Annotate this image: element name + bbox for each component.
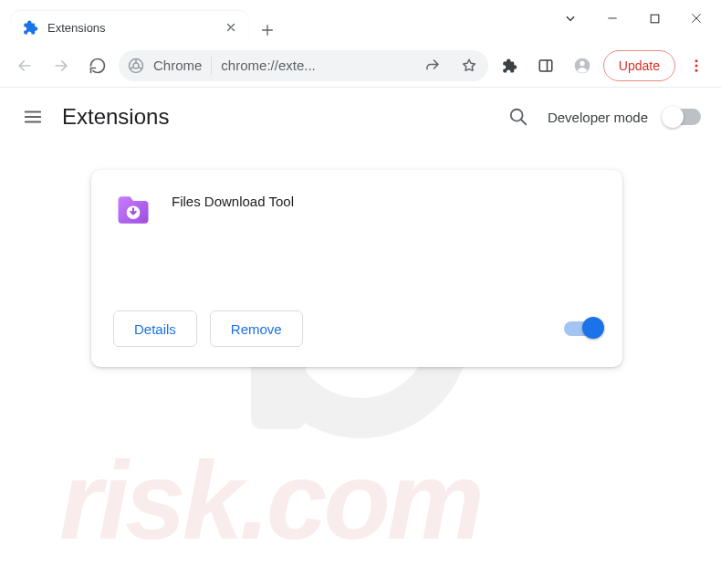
omnibox-divider — [211, 57, 212, 75]
svg-text:risk.com: risk.com — [59, 439, 481, 562]
address-bar[interactable]: Chrome chrome://exte... — [119, 50, 488, 81]
window-controls — [549, 0, 721, 37]
maximize-button[interactable] — [633, 0, 675, 37]
extensions-header: Extensions Developer mode — [0, 88, 721, 146]
extensions-page: risk.com Extensions Developer mode — [0, 88, 721, 588]
chevron-down-icon[interactable] — [549, 0, 591, 37]
extension-enabled-toggle[interactable] — [564, 321, 601, 336]
remove-button[interactable]: Remove — [210, 310, 303, 347]
update-button[interactable]: Update — [603, 50, 675, 81]
window-titlebar: Extensions — [0, 0, 721, 44]
tab-title: Extensions — [47, 21, 214, 35]
svg-point-5 — [580, 60, 584, 65]
svg-point-6 — [695, 59, 698, 62]
bookmark-star-icon[interactable] — [455, 52, 483, 79]
extension-card: Files Download Tool Details Remove — [91, 170, 622, 367]
details-button[interactable]: Details — [113, 310, 197, 347]
extension-name: Files Download Tool — [172, 190, 294, 230]
svg-rect-0 — [651, 15, 659, 23]
extensions-header-right: Developer mode — [506, 104, 701, 130]
svg-point-2 — [133, 63, 139, 68]
search-icon[interactable] — [506, 104, 531, 130]
puzzle-piece-icon — [22, 19, 38, 36]
forward-button[interactable] — [46, 50, 77, 81]
back-button[interactable] — [9, 50, 40, 81]
extensions-puzzle-icon[interactable] — [494, 50, 525, 81]
tab-strip: Extensions — [0, 0, 549, 44]
extension-card-header: Files Download Tool — [113, 190, 601, 230]
developer-mode-toggle[interactable] — [664, 109, 701, 125]
browser-tab[interactable]: Extensions — [11, 11, 248, 44]
minimize-button[interactable] — [591, 0, 633, 37]
browser-toolbar: Chrome chrome://exte... Update — [0, 44, 721, 88]
remove-button-label: Remove — [231, 321, 282, 337]
extension-card-actions: Details Remove — [113, 310, 601, 347]
new-tab-button[interactable] — [254, 16, 281, 44]
side-panel-icon[interactable] — [530, 50, 561, 81]
svg-rect-3 — [539, 60, 552, 71]
kebab-menu-icon[interactable] — [681, 50, 712, 81]
update-button-label: Update — [619, 58, 660, 73]
url-text: chrome://exte... — [221, 58, 409, 73]
reload-button[interactable] — [82, 50, 113, 81]
url-scheme-label: Chrome — [153, 58, 202, 73]
hamburger-menu-icon[interactable] — [20, 104, 46, 130]
close-window-button[interactable] — [675, 0, 717, 37]
chrome-logo-icon — [128, 58, 144, 74]
profile-avatar-icon[interactable] — [567, 50, 598, 81]
close-tab-icon[interactable] — [223, 19, 239, 36]
share-icon[interactable] — [419, 52, 446, 79]
details-button-label: Details — [134, 321, 176, 337]
developer-mode-label: Developer mode — [548, 110, 648, 125]
extension-folder-download-icon — [113, 190, 153, 230]
page-title: Extensions — [62, 104, 169, 130]
svg-point-8 — [695, 68, 698, 71]
svg-point-7 — [695, 64, 698, 67]
